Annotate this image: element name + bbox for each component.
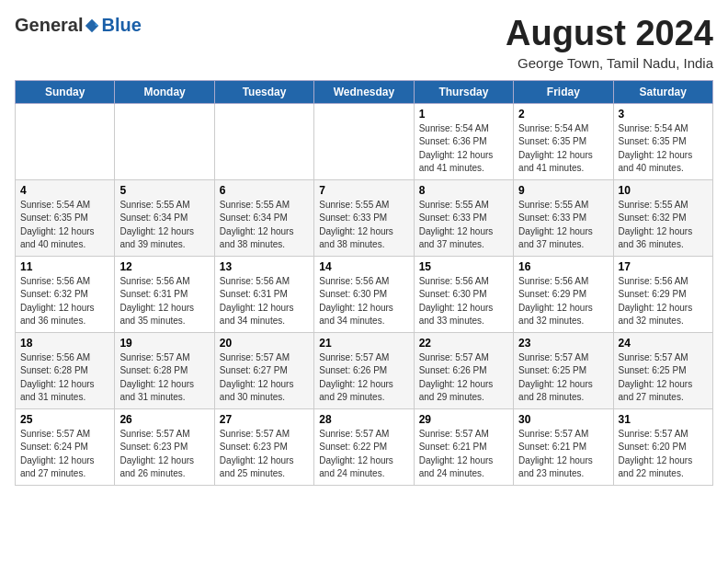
calendar-cell: 17Sunrise: 5:56 AM Sunset: 6:29 PM Dayli… [613,256,712,332]
day-number: 20 [220,337,309,350]
calendar-cell: 19Sunrise: 5:57 AM Sunset: 6:28 PM Dayli… [115,332,214,408]
day-info: Sunrise: 5:56 AM Sunset: 6:29 PM Dayligh… [518,275,608,328]
day-number: 25 [20,413,109,426]
day-info: Sunrise: 5:57 AM Sunset: 6:20 PM Dayligh… [619,428,708,481]
day-number: 7 [319,184,408,197]
calendar-cell: 23Sunrise: 5:57 AM Sunset: 6:25 PM Dayli… [514,332,613,408]
day-number: 27 [220,413,309,426]
calendar-cell: 24Sunrise: 5:57 AM Sunset: 6:25 PM Dayli… [613,332,712,408]
day-number: 13 [220,260,309,273]
day-number: 28 [319,413,408,426]
day-info: Sunrise: 5:57 AM Sunset: 6:27 PM Dayligh… [220,351,309,405]
day-info: Sunrise: 5:55 AM Sunset: 6:33 PM Dayligh… [518,199,608,252]
day-info: Sunrise: 5:56 AM Sunset: 6:31 PM Dayligh… [119,275,209,328]
calendar-cell: 4Sunrise: 5:54 AM Sunset: 6:35 PM Daylig… [16,179,115,256]
calendar-cell: 1Sunrise: 5:54 AM Sunset: 6:36 PM Daylig… [414,103,513,179]
day-number: 4 [20,184,109,197]
day-number: 26 [119,413,209,426]
calendar-table: SundayMondayTuesdayWednesdayThursdayFrid… [15,80,713,486]
calendar-cell: 27Sunrise: 5:57 AM Sunset: 6:23 PM Dayli… [214,408,313,485]
day-number: 22 [419,337,508,350]
day-info: Sunrise: 5:54 AM Sunset: 6:35 PM Dayligh… [619,122,708,176]
day-number: 24 [619,337,708,350]
day-info: Sunrise: 5:55 AM Sunset: 6:33 PM Dayligh… [419,199,508,252]
calendar-cell: 8Sunrise: 5:55 AM Sunset: 6:33 PM Daylig… [414,179,513,256]
calendar-cell: 9Sunrise: 5:55 AM Sunset: 6:33 PM Daylig… [514,179,613,256]
day-info: Sunrise: 5:57 AM Sunset: 6:26 PM Dayligh… [319,351,408,405]
day-number: 17 [619,260,708,273]
calendar-cell: 11Sunrise: 5:56 AM Sunset: 6:32 PM Dayli… [16,256,115,332]
day-info: Sunrise: 5:57 AM Sunset: 6:23 PM Dayligh… [119,428,209,481]
day-info: Sunrise: 5:54 AM Sunset: 6:35 PM Dayligh… [518,122,608,176]
day-info: Sunrise: 5:56 AM Sunset: 6:29 PM Dayligh… [619,275,708,328]
day-info: Sunrise: 5:56 AM Sunset: 6:32 PM Dayligh… [20,275,109,328]
calendar-day-header: Sunday [16,80,115,103]
day-info: Sunrise: 5:55 AM Sunset: 6:33 PM Dayligh… [319,199,408,252]
title-block: August 2024 George Town, Tamil Nadu, Ind… [506,15,713,71]
day-number: 12 [119,260,209,273]
day-info: Sunrise: 5:57 AM Sunset: 6:28 PM Dayligh… [119,351,209,405]
day-number: 23 [518,337,608,350]
day-info: Sunrise: 5:57 AM Sunset: 6:25 PM Dayligh… [619,351,708,405]
day-info: Sunrise: 5:57 AM Sunset: 6:25 PM Dayligh… [518,351,608,405]
logo-blue-text: Blue [101,15,141,36]
calendar-week-row: 4Sunrise: 5:54 AM Sunset: 6:35 PM Daylig… [16,179,713,256]
calendar-cell: 2Sunrise: 5:54 AM Sunset: 6:35 PM Daylig… [514,103,613,179]
day-info: Sunrise: 5:56 AM Sunset: 6:30 PM Dayligh… [419,275,508,328]
calendar-day-header: Saturday [613,80,712,103]
calendar-cell: 15Sunrise: 5:56 AM Sunset: 6:30 PM Dayli… [414,256,513,332]
calendar-cell: 31Sunrise: 5:57 AM Sunset: 6:20 PM Dayli… [613,408,712,485]
day-number: 8 [419,184,508,197]
day-number: 29 [419,413,508,426]
day-number: 31 [619,413,708,426]
day-number: 30 [518,413,608,426]
calendar-cell: 18Sunrise: 5:56 AM Sunset: 6:28 PM Dayli… [16,332,115,408]
day-number: 2 [518,108,608,121]
day-number: 16 [518,260,608,273]
day-info: Sunrise: 5:57 AM Sunset: 6:21 PM Dayligh… [419,428,508,481]
day-number: 5 [119,184,209,197]
day-info: Sunrise: 5:55 AM Sunset: 6:34 PM Dayligh… [119,199,209,252]
day-number: 21 [319,337,408,350]
calendar-cell: 6Sunrise: 5:55 AM Sunset: 6:34 PM Daylig… [214,179,313,256]
calendar-cell: 25Sunrise: 5:57 AM Sunset: 6:24 PM Dayli… [16,408,115,485]
calendar-cell [214,103,313,179]
calendar-day-header: Wednesday [314,80,414,103]
day-info: Sunrise: 5:54 AM Sunset: 6:36 PM Dayligh… [419,122,508,176]
day-number: 19 [119,337,209,350]
day-info: Sunrise: 5:57 AM Sunset: 6:24 PM Dayligh… [20,428,109,481]
calendar-cell [115,103,214,179]
calendar-cell: 5Sunrise: 5:55 AM Sunset: 6:34 PM Daylig… [115,179,214,256]
calendar-week-row: 1Sunrise: 5:54 AM Sunset: 6:36 PM Daylig… [16,103,713,179]
logo: General Blue [15,15,142,36]
day-info: Sunrise: 5:56 AM Sunset: 6:30 PM Dayligh… [319,275,408,328]
day-info: Sunrise: 5:57 AM Sunset: 6:26 PM Dayligh… [419,351,508,405]
day-info: Sunrise: 5:57 AM Sunset: 6:23 PM Dayligh… [220,428,309,481]
calendar-cell: 30Sunrise: 5:57 AM Sunset: 6:21 PM Dayli… [514,408,613,485]
calendar-cell [314,103,414,179]
calendar-day-header: Tuesday [214,80,313,103]
day-number: 6 [220,184,309,197]
calendar-header-row: SundayMondayTuesdayWednesdayThursdayFrid… [16,80,713,103]
calendar-cell: 22Sunrise: 5:57 AM Sunset: 6:26 PM Dayli… [414,332,513,408]
day-info: Sunrise: 5:55 AM Sunset: 6:34 PM Dayligh… [220,199,309,252]
day-info: Sunrise: 5:57 AM Sunset: 6:21 PM Dayligh… [518,428,608,481]
day-info: Sunrise: 5:54 AM Sunset: 6:35 PM Dayligh… [20,199,109,252]
day-info: Sunrise: 5:57 AM Sunset: 6:22 PM Dayligh… [319,428,408,481]
day-number: 11 [20,260,109,273]
calendar-cell: 29Sunrise: 5:57 AM Sunset: 6:21 PM Dayli… [414,408,513,485]
calendar-cell: 10Sunrise: 5:55 AM Sunset: 6:32 PM Dayli… [613,179,712,256]
calendar-cell: 13Sunrise: 5:56 AM Sunset: 6:31 PM Dayli… [214,256,313,332]
location-text: George Town, Tamil Nadu, India [506,55,713,71]
day-number: 1 [419,108,508,121]
page-header: General Blue August 2024 George Town, Ta… [15,15,713,71]
calendar-cell: 21Sunrise: 5:57 AM Sunset: 6:26 PM Dayli… [314,332,414,408]
day-number: 9 [518,184,608,197]
day-info: Sunrise: 5:56 AM Sunset: 6:31 PM Dayligh… [220,275,309,328]
calendar-cell: 16Sunrise: 5:56 AM Sunset: 6:29 PM Dayli… [514,256,613,332]
calendar-cell: 20Sunrise: 5:57 AM Sunset: 6:27 PM Dayli… [214,332,313,408]
day-info: Sunrise: 5:55 AM Sunset: 6:32 PM Dayligh… [619,199,708,252]
day-number: 18 [20,337,109,350]
day-number: 10 [619,184,708,197]
calendar-week-row: 25Sunrise: 5:57 AM Sunset: 6:24 PM Dayli… [16,408,713,485]
